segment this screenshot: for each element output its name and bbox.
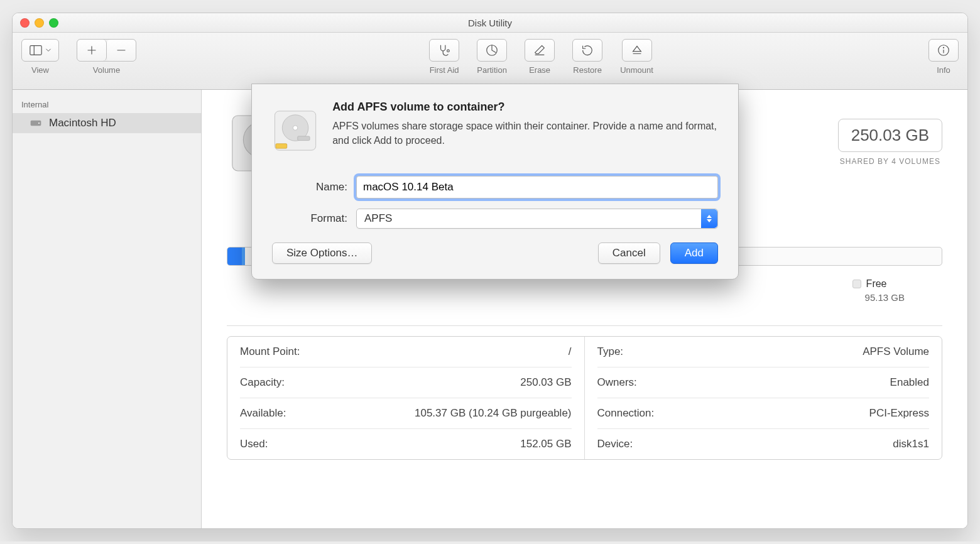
close-window-button[interactable] — [20, 18, 30, 28]
erase-button[interactable] — [525, 39, 555, 62]
first-aid-button[interactable] — [429, 39, 459, 62]
updown-caret-icon — [701, 209, 717, 228]
capacity-box: 250.03 GB SHARED BY 4 VOLUMES — [838, 119, 942, 166]
detail-grid: Mount Point:/ Capacity:250.03 GB Availab… — [227, 336, 942, 460]
svg-point-11 — [944, 47, 944, 48]
detail-row: Device:disk1s1 — [597, 429, 930, 459]
size-options-button[interactable]: Size Options… — [272, 242, 372, 264]
partition-label: Partition — [477, 65, 507, 75]
svg-rect-21 — [298, 136, 310, 141]
restore-button[interactable] — [572, 39, 602, 62]
stethoscope-icon — [437, 43, 451, 57]
volume-segment — [77, 39, 136, 62]
hard-drive-hero-icon — [272, 101, 318, 161]
usage-segment-used — [227, 248, 242, 265]
restore-icon — [580, 43, 594, 57]
volume-label: Volume — [93, 65, 120, 75]
toolbar: View Volume First Aid Partition Erase — [13, 33, 967, 90]
plus-icon — [85, 43, 99, 57]
titlebar: Disk Utility — [13, 13, 967, 33]
capacity-subtitle: SHARED BY 4 VOLUMES — [838, 157, 942, 166]
info-icon — [937, 43, 950, 57]
minus-icon — [114, 43, 128, 57]
detail-row: Available:105.37 GB (10.24 GB purgeable) — [240, 398, 572, 429]
add-button[interactable]: Add — [670, 242, 718, 264]
sidebar-item-macintosh-hd[interactable]: Macintosh HD — [13, 113, 201, 133]
format-label: Format: — [272, 212, 347, 225]
volume-name-input[interactable] — [356, 176, 718, 199]
separator — [227, 325, 942, 326]
sheet-title: Add APFS volume to container? — [332, 101, 718, 114]
zoom-window-button[interactable] — [49, 18, 58, 28]
minimize-window-button[interactable] — [35, 18, 44, 28]
eraser-icon — [533, 43, 547, 57]
add-volume-sheet: Add APFS volume to container? APFS volum… — [251, 84, 739, 280]
add-volume-button[interactable] — [77, 40, 107, 61]
svg-rect-0 — [30, 46, 41, 55]
sidebar-toggle-icon — [29, 43, 43, 57]
unmount-label: Unmount — [620, 65, 653, 75]
sheet-description: APFS volumes share storage space within … — [332, 119, 718, 148]
svg-rect-22 — [276, 144, 287, 148]
svg-point-13 — [38, 122, 40, 124]
detail-row: Connection:PCI-Express — [597, 398, 930, 429]
svg-point-5 — [447, 50, 450, 52]
hard-drive-icon — [29, 117, 43, 129]
usage-segment-other — [242, 248, 246, 265]
detail-row: Mount Point:/ — [240, 337, 572, 367]
legend-value-free: 95.13 GB — [865, 292, 905, 303]
cancel-button[interactable]: Cancel — [598, 242, 660, 264]
svg-point-20 — [293, 126, 297, 130]
chevron-down-icon — [45, 47, 52, 53]
window-title: Disk Utility — [13, 18, 967, 28]
sidebar: Internal Macintosh HD — [13, 90, 202, 529]
detail-row: Capacity:250.03 GB — [240, 367, 572, 398]
erase-label: Erase — [529, 65, 550, 75]
view-label: View — [31, 65, 49, 75]
partition-button[interactable] — [477, 39, 507, 62]
legend-swatch-free — [852, 280, 861, 288]
sidebar-section-internal: Internal — [13, 96, 201, 113]
sidebar-item-label: Macintosh HD — [49, 117, 116, 129]
info-button[interactable] — [928, 39, 959, 62]
usage-legend: Free 95.13 GB — [227, 278, 942, 303]
pie-icon — [485, 43, 499, 57]
name-label: Name: — [272, 181, 347, 193]
view-button[interactable] — [21, 39, 59, 62]
info-label: Info — [937, 65, 950, 75]
eject-icon — [630, 43, 644, 57]
first-aid-label: First Aid — [430, 65, 459, 75]
restore-label: Restore — [573, 65, 602, 75]
capacity-value: 250.03 GB — [838, 119, 942, 152]
detail-row: Used:152.05 GB — [240, 429, 572, 459]
detail-row: Owners:Enabled — [597, 367, 930, 398]
remove-volume-button[interactable] — [107, 40, 136, 61]
legend-item-free: Free 95.13 GB — [852, 278, 905, 303]
legend-label-free: Free — [866, 278, 887, 290]
app-window: Disk Utility View Volume First Aid — [12, 13, 968, 529]
detail-row: Type:APFS Volume — [597, 337, 930, 367]
unmount-button[interactable] — [622, 39, 652, 62]
format-select[interactable]: APFS — [356, 209, 718, 229]
